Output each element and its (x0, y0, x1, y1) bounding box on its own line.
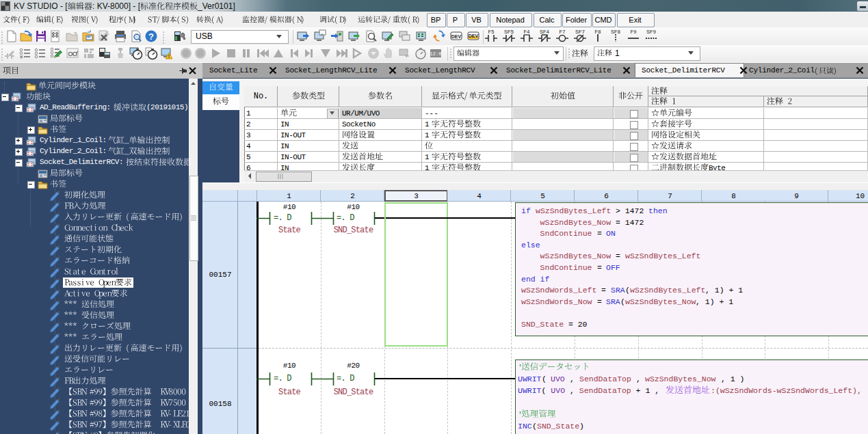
svg-text:SF9: SF9 (646, 29, 656, 35)
svg-text:DEV: DEV (451, 34, 462, 39)
svg-text:SF7: SF7 (575, 29, 585, 35)
svg-text:SF5: SF5 (504, 29, 514, 35)
svg-text:!: ! (168, 54, 170, 59)
svg-text:SF4: SF4 (540, 29, 549, 35)
svg-text:F4: F4 (524, 29, 530, 35)
svg-text:SF8: SF8 (611, 29, 620, 35)
svg-text:F9: F9 (631, 29, 637, 35)
svg-text:F5: F5 (488, 29, 495, 35)
svg-text:F8: F8 (595, 29, 601, 35)
svg-text:DEV: DEV (469, 33, 479, 38)
svg-text:F7: F7 (560, 29, 566, 35)
svg-text:12:0: 12:0 (430, 51, 442, 57)
svg-text:?: ? (148, 31, 154, 42)
